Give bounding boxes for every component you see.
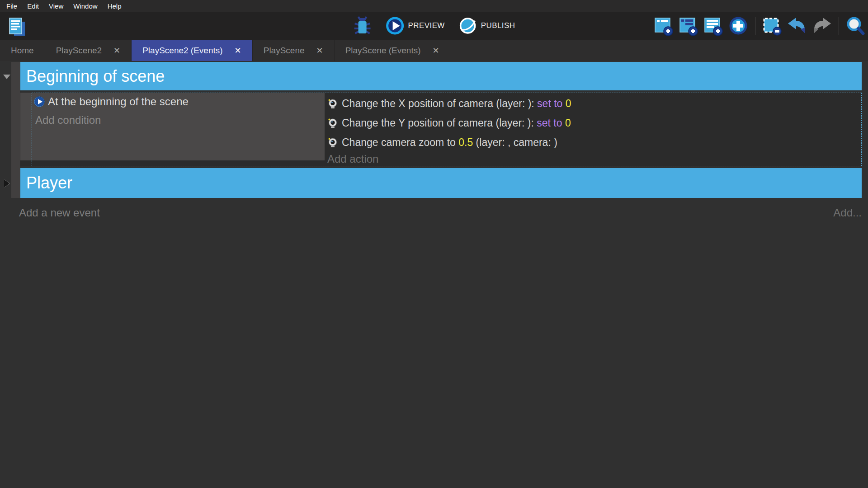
action-row[interactable]: Change the X position of camera (layer: … [327, 94, 856, 113]
add-more-button[interactable]: Add... [833, 206, 862, 219]
toolbar-right [653, 12, 865, 40]
debug-icon [353, 15, 372, 36]
add-event-button[interactable] [653, 15, 674, 36]
search-button[interactable] [845, 16, 865, 36]
menu-help[interactable]: Help [103, 2, 127, 10]
menu-window[interactable]: Window [68, 2, 102, 10]
project-manager-button[interactable] [6, 16, 26, 37]
clear-selection-button[interactable] [762, 15, 783, 36]
project-manager-icon [6, 16, 26, 37]
publish-button[interactable]: PUBLISH [458, 16, 515, 35]
add-subevent-button[interactable] [678, 15, 699, 36]
action-text: Change camera zoom to [342, 136, 458, 149]
menu-file[interactable]: File [1, 2, 22, 10]
condition-text: At the beginning of the scene [48, 95, 189, 108]
tab-home[interactable]: Home [0, 40, 45, 61]
camera-icon [327, 99, 338, 109]
add-more-events-icon [728, 15, 749, 36]
actions-column: Change the X position of camera (layer: … [327, 94, 856, 152]
action-value: 0 [562, 98, 571, 110]
group-title: Beginning of scene [26, 67, 165, 86]
group-drag-handle[interactable] [11, 62, 20, 198]
action-operator: set to [537, 98, 562, 110]
close-icon[interactable]: ✕ [235, 46, 241, 56]
add-comment-button[interactable] [703, 15, 724, 36]
publish-label: PUBLISH [481, 21, 515, 30]
camera-icon [327, 137, 338, 148]
tab-label: PlayScene [264, 46, 305, 56]
redo-button[interactable] [811, 16, 832, 35]
add-event-icon [653, 15, 674, 36]
add-subevent-icon [678, 15, 699, 36]
condition-row[interactable]: At the beginning of the scene [33, 95, 189, 108]
tab-playscene2-events[interactable]: PlayScene2 (Events) ✕ [131, 40, 252, 61]
preview-button[interactable]: PREVIEW [386, 16, 445, 35]
redo-icon [811, 16, 832, 35]
action-row[interactable]: Change the Y position of camera (layer: … [327, 113, 856, 133]
undo-button[interactable] [787, 16, 807, 35]
action-value: 0 [562, 117, 571, 129]
action-value: 0.5 [458, 136, 473, 149]
add-new-event-button[interactable]: Add a new event [19, 206, 100, 219]
toolbar-center: PREVIEW PUBLISH [353, 12, 515, 40]
menu-bar: File Edit View Window Help [0, 0, 868, 12]
clear-selection-icon [762, 15, 783, 36]
action-text: (layer: , camera: ) [473, 136, 557, 149]
close-icon[interactable]: ✕ [113, 46, 120, 56]
tab-bar: Home PlayScene2 ✕ PlayScene2 (Events) ✕ … [0, 40, 868, 61]
tab-label: Home [11, 46, 34, 56]
tab-playscene-events[interactable]: PlayScene (Events) ✕ [334, 40, 450, 61]
toolbar-separator [755, 17, 755, 35]
events-sheet: Beginning of scene At the beginning of t… [0, 61, 868, 488]
action-text: Change the X position of camera (layer: … [342, 98, 537, 110]
debug-button[interactable] [353, 15, 372, 36]
toolbar-separator [839, 17, 839, 35]
tab-playscene2[interactable]: PlayScene2 ✕ [45, 40, 132, 61]
undo-icon [787, 16, 807, 35]
add-condition-button[interactable]: Add condition [35, 114, 101, 127]
event-group-header-beginning[interactable]: Beginning of scene [20, 62, 862, 90]
menu-edit[interactable]: Edit [22, 2, 44, 10]
tab-label: PlayScene (Events) [345, 46, 421, 56]
action-text: Change the Y position of camera (layer: … [342, 117, 537, 129]
search-icon [845, 16, 865, 36]
action-row[interactable]: Change camera zoom to 0.5 (layer: , came… [327, 133, 856, 152]
close-icon[interactable]: ✕ [433, 46, 439, 56]
add-comment-icon [703, 15, 724, 36]
chevron-right-icon[interactable] [4, 179, 9, 188]
publish-globe-icon [458, 16, 477, 35]
preview-label: PREVIEW [408, 21, 445, 30]
tab-label: PlayScene2 (Events) [142, 46, 222, 56]
add-action-button[interactable]: Add action [327, 153, 378, 165]
group-title: Player [26, 174, 72, 192]
chevron-down-icon[interactable] [3, 75, 10, 79]
event-group-header-player[interactable]: Player [20, 168, 862, 198]
close-icon[interactable]: ✕ [316, 46, 323, 56]
menu-view[interactable]: View [44, 2, 68, 10]
add-more-events-button[interactable] [728, 15, 749, 36]
tab-playscene[interactable]: PlayScene ✕ [252, 40, 334, 61]
camera-icon [327, 118, 338, 128]
toolbar: PREVIEW PUBLISH [0, 12, 868, 40]
start-condition-icon [33, 96, 45, 108]
tab-label: PlayScene2 [56, 46, 102, 56]
action-operator: set to [537, 117, 562, 129]
play-circle-icon [386, 16, 405, 35]
gdevelop-window: File Edit View Window Help [0, 0, 868, 488]
